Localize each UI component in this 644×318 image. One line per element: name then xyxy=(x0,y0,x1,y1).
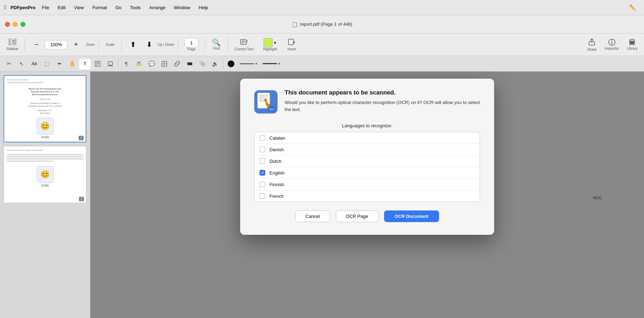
menu-edit[interactable]: Edit xyxy=(54,4,69,12)
tool-paragraph[interactable]: ¶ xyxy=(120,58,132,69)
lang-name-finnish: Finnish xyxy=(269,182,284,187)
lang-checkbox-catalan[interactable] xyxy=(260,135,265,141)
insert-label: Insert xyxy=(287,47,296,51)
highlight-color-group: ▼ Highlight xyxy=(261,37,279,53)
zoom-in-button[interactable]: + xyxy=(68,40,84,50)
lang-name-danish: Danish xyxy=(269,147,284,152)
svg-text:Sm: Sm xyxy=(269,108,274,111)
page-thumb-2-content: Attorney Work Product • May Contain Mate… xyxy=(4,146,86,203)
inspector-label: Inspector xyxy=(604,47,619,50)
tool-comment[interactable]: 💬 xyxy=(146,58,158,69)
scale-label: Scale xyxy=(106,43,115,47)
find-label: Find xyxy=(213,47,220,50)
toolbar-separator-2 xyxy=(98,38,99,52)
scale-button[interactable]: Scale xyxy=(102,41,118,48)
find-button[interactable]: 🔍 Find xyxy=(209,37,224,52)
ocr-page-button[interactable]: OCR Page xyxy=(336,210,378,222)
tool-edit-text[interactable] xyxy=(92,58,104,69)
zoom-out-button[interactable]: − xyxy=(29,40,44,50)
minimize-button[interactable] xyxy=(13,22,18,27)
menu-file[interactable]: File xyxy=(38,4,53,12)
title-label: report.pdf (Page 1 of 448) xyxy=(300,22,352,27)
inspector-button[interactable]: ⓘ Inspector xyxy=(602,37,622,52)
zoom-input[interactable] xyxy=(45,40,67,49)
tool-text-select[interactable]: Ab xyxy=(28,58,40,69)
line-width-sample xyxy=(263,63,277,64)
tool-stamp[interactable] xyxy=(104,58,116,69)
language-item-english[interactable]: English xyxy=(255,167,480,179)
menu-arrange[interactable]: Arrange xyxy=(146,4,169,12)
insert-button[interactable]: Insert xyxy=(284,37,299,53)
page-thumb-2[interactable]: Attorney Work Product • May Contain Mate… xyxy=(4,146,86,203)
menu-format[interactable]: Format xyxy=(89,4,110,12)
sidebar-button[interactable]: Sidebar xyxy=(4,37,21,52)
line-dropdown-icon: ▼ xyxy=(255,62,258,66)
menu-window[interactable]: Window xyxy=(170,4,194,12)
fullscreen-button[interactable] xyxy=(20,22,25,27)
tool-crop[interactable]: ✂ xyxy=(3,58,15,69)
menu-tools[interactable]: Tools xyxy=(126,4,144,12)
correct-text-button[interactable]: Correct Text xyxy=(232,37,256,53)
language-item-danish[interactable]: Danish xyxy=(255,144,480,155)
tool-select[interactable]: ↖ xyxy=(16,58,28,69)
dialog-buttons: Cancel OCR Page OCR Document xyxy=(254,210,480,222)
tool-redact[interactable] xyxy=(184,58,196,69)
line-width-picker[interactable]: ▼ xyxy=(261,61,283,67)
menu-go[interactable]: Go xyxy=(112,4,125,12)
lang-checkbox-dutch[interactable] xyxy=(260,158,265,164)
lang-checkbox-danish[interactable] xyxy=(260,147,265,152)
line-style-picker[interactable]: ▼ xyxy=(238,61,260,67)
ocr-document-button[interactable]: OCR Document xyxy=(384,210,439,222)
correct-text-icon xyxy=(240,38,248,47)
tool-text[interactable]: T xyxy=(79,58,91,69)
library-button[interactable]: 🏛 Library xyxy=(624,37,640,52)
zoom-out-icon: − xyxy=(35,41,38,48)
page-input[interactable] xyxy=(184,38,199,47)
svg-rect-19 xyxy=(108,62,113,65)
cancel-button[interactable]: Cancel xyxy=(295,210,330,222)
page-down-button[interactable]: ⬇ xyxy=(141,39,157,50)
insert-icon xyxy=(288,38,296,47)
apple-menu[interactable]:  xyxy=(4,4,6,11)
main-content: U.S. Department of Justice Attorney Work… xyxy=(0,72,644,318)
tool-table[interactable] xyxy=(158,58,170,69)
highlight-button[interactable]: ▼ Highlight xyxy=(258,35,282,54)
language-item-dutch[interactable]: Dutch xyxy=(255,155,480,167)
tool-attachment[interactable]: 📎 xyxy=(196,58,208,69)
lang-name-english: English xyxy=(269,170,285,176)
lang-checkbox-french[interactable] xyxy=(260,193,265,199)
tool-pan[interactable]: ✋ xyxy=(66,58,78,69)
svg-rect-1 xyxy=(8,39,11,45)
share-button[interactable]: Share xyxy=(584,37,600,53)
menu-pencil-icon[interactable]: ✏️ xyxy=(626,3,640,12)
language-item-catalan[interactable]: Catalan xyxy=(255,132,480,144)
lang-checkbox-english[interactable] xyxy=(260,170,265,176)
menu-view[interactable]: View xyxy=(71,4,87,12)
tools-bar: ✂ ↖ Ab ⬚ ✒ ✋ T ¶ 💬 📎 🔈 ▼ ▼ xyxy=(0,56,644,72)
page-group: Page xyxy=(182,37,201,53)
menu-help[interactable]: Help xyxy=(195,4,212,12)
lang-checkbox-finnish[interactable] xyxy=(260,182,265,187)
tool-signature[interactable]: ✒ xyxy=(54,58,66,69)
tool-audio[interactable]: 🔈 xyxy=(209,58,221,69)
color-picker-btn[interactable] xyxy=(225,58,237,69)
page-thumb-1[interactable]: U.S. Department of Justice Attorney Work… xyxy=(4,75,86,142)
dialog-description: Would you like to perform optical charac… xyxy=(285,99,480,113)
page-up-button[interactable]: ⬆ xyxy=(125,39,141,50)
language-item-french[interactable]: French xyxy=(255,190,480,202)
svg-rect-32 xyxy=(259,99,265,100)
smile-logo-2: 😊 xyxy=(37,166,54,183)
tool-rect-select[interactable]: ⬚ xyxy=(41,58,53,69)
tool-highlight[interactable] xyxy=(133,58,145,69)
highlight-swatch xyxy=(263,38,273,47)
app-name: PDFpenPro xyxy=(11,5,36,10)
smile-label-2: Smile xyxy=(41,184,49,187)
close-button[interactable] xyxy=(5,22,10,27)
share-icon xyxy=(588,38,595,47)
languages-label: Languages to recognize: xyxy=(254,123,480,128)
zoom-group: − + Zoom xyxy=(29,40,95,50)
library-icon: 🏛 xyxy=(629,39,636,46)
language-item-finnish[interactable]: Finnish xyxy=(255,179,480,190)
tool-link[interactable] xyxy=(171,58,183,69)
updown-label: Up / Down xyxy=(158,43,174,47)
